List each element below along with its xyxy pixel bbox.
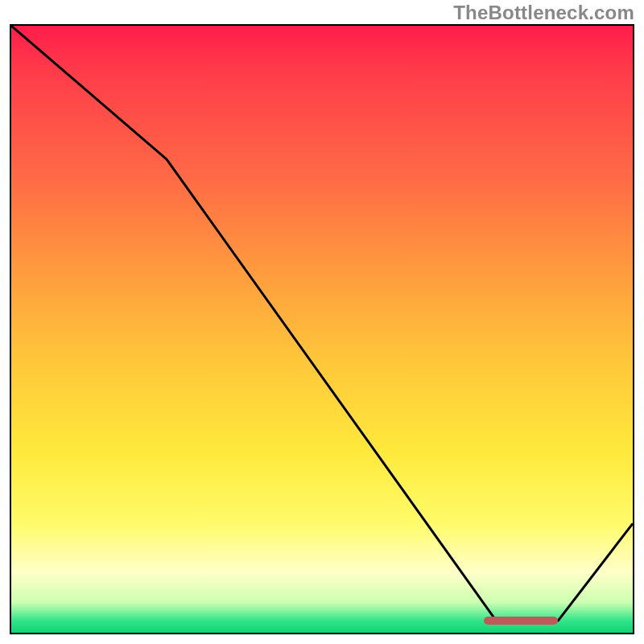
plot-area [10, 24, 634, 634]
optimal-range-marker [484, 617, 559, 625]
chart-canvas: TheBottleneck.com [0, 0, 644, 644]
watermark-text: TheBottleneck.com [453, 2, 634, 24]
line-layer [11, 26, 633, 633]
bottleneck-curve-path [11, 26, 633, 621]
